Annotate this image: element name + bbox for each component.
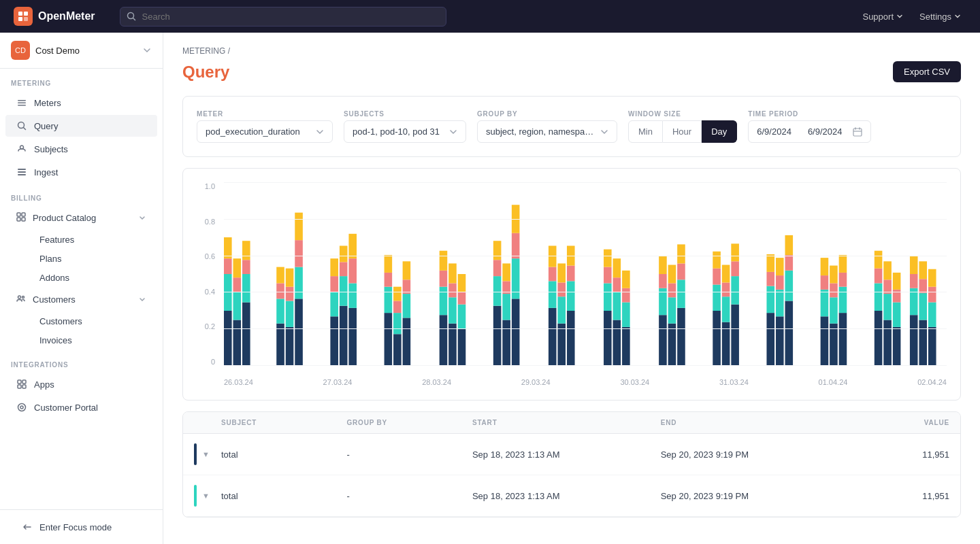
bar-group-1 [224, 237, 250, 366]
table-header: SUBJECT GROUP BY START END VALUE [183, 412, 960, 434]
sidebar-item-subjects[interactable]: Subjects [5, 138, 157, 160]
svg-rect-131 [668, 265, 676, 284]
svg-point-11 [20, 146, 24, 149]
svg-rect-167 [830, 266, 838, 284]
customers-label: Customers [39, 316, 82, 326]
sidebar-item-addons[interactable]: Addons [34, 269, 157, 287]
subjects-select[interactable]: pod-1, pod-10, pod 31 [344, 120, 466, 143]
topnav: OpenMeter Support Settings [0, 0, 980, 33]
settings-button[interactable]: Settings [914, 9, 966, 24]
svg-rect-13 [18, 171, 26, 173]
svg-rect-49 [295, 267, 303, 299]
window-min-button[interactable]: Min [628, 120, 663, 143]
window-day-button[interactable]: Day [702, 120, 737, 143]
search-container [120, 7, 446, 27]
svg-rect-195 [928, 269, 936, 287]
svg-rect-135 [677, 244, 685, 263]
svg-rect-23 [18, 385, 21, 388]
row1-end: Sep 20, 2023 9:19 PM [661, 449, 849, 460]
sidebar-item-query[interactable]: Query [5, 115, 157, 137]
logo-text: OpenMeter [38, 10, 95, 22]
svg-rect-125 [659, 288, 667, 315]
svg-rect-172 [875, 311, 883, 366]
row1-subject: total [221, 449, 346, 460]
x-label-2: 27.03.24 [323, 378, 353, 386]
sidebar-item-customers[interactable]: Customers [34, 312, 157, 330]
svg-rect-65 [385, 287, 393, 313]
svg-rect-182 [893, 290, 901, 303]
sidebar-item-customers-group[interactable]: Customers [5, 288, 157, 311]
sidebar-item-meters[interactable]: Meters [5, 92, 157, 114]
focus-mode-button[interactable]: Enter Focus mode [11, 516, 152, 538]
col-start: START [472, 419, 661, 426]
svg-rect-146 [731, 261, 739, 276]
svg-rect-164 [830, 324, 838, 366]
customers-group-label: Customers [33, 294, 76, 305]
sidebar-item-features[interactable]: Features [34, 231, 157, 249]
svg-rect-103 [549, 245, 557, 267]
svg-rect-155 [776, 258, 784, 275]
window-size-label: WINDOW SIZE [628, 110, 737, 118]
sidebar-item-product-catalog[interactable]: Product Catalog [5, 207, 157, 229]
search-input[interactable] [120, 7, 446, 27]
svg-rect-184 [910, 315, 918, 366]
svg-rect-187 [910, 256, 918, 274]
window-size-control: WINDOW SIZE Min Hour Day [628, 110, 737, 143]
svg-rect-92 [502, 320, 510, 367]
meters-icon [16, 97, 27, 108]
svg-rect-102 [549, 267, 557, 282]
meter-control: METER pod_execution_duration [197, 110, 333, 143]
meter-select[interactable]: pod_execution_duration [197, 120, 333, 143]
export-csv-button[interactable]: Export CSV [893, 61, 961, 82]
sidebar-item-invoices[interactable]: Invoices [34, 331, 157, 350]
integrations-section-label: INTEGRATIONS [0, 350, 163, 373]
svg-rect-150 [766, 272, 774, 286]
svg-rect-54 [330, 276, 338, 292]
svg-point-26 [20, 406, 23, 409]
svg-rect-176 [883, 320, 892, 367]
svg-rect-119 [613, 258, 621, 277]
svg-rect-188 [919, 320, 927, 367]
invoices-label: Invoices [39, 335, 72, 345]
chart-y-axis: 1.0 0.8 0.6 0.4 0.2 0 [197, 182, 220, 366]
time-range-picker[interactable]: 6/9/2024 6/9/2024 [748, 120, 871, 143]
sidebar-item-apps[interactable]: Apps [5, 373, 157, 395]
svg-rect-122 [622, 288, 630, 303]
subjects-value: pod-1, pod-10, pod 31 [353, 126, 444, 137]
page-title: Query [182, 63, 229, 82]
support-button[interactable]: Support [857, 9, 909, 24]
row1-expand[interactable]: ▼ [194, 443, 221, 465]
svg-rect-192 [928, 327, 936, 366]
svg-rect-48 [295, 299, 303, 366]
svg-rect-145 [731, 276, 739, 305]
svg-rect-128 [668, 324, 676, 366]
svg-rect-86 [458, 292, 466, 305]
x-label-6: 31.03.24 [719, 378, 749, 386]
bar-group-10 [713, 243, 739, 366]
svg-rect-69 [393, 313, 402, 334]
org-name: Cost Demo [35, 46, 137, 56]
group-by-value: subject, region, namespace, lo [486, 126, 595, 137]
svg-rect-127 [659, 256, 667, 274]
group-by-select[interactable]: subject, region, namespace, lo [477, 120, 617, 143]
subjects-chevron-icon [449, 128, 457, 136]
org-selector[interactable]: CD Cost Demo [0, 33, 163, 69]
y-label-08: 0.8 [205, 218, 215, 226]
x-label-4: 29.03.24 [521, 378, 551, 386]
svg-rect-67 [385, 255, 393, 273]
svg-rect-179 [883, 261, 892, 279]
calendar-icon [853, 127, 862, 137]
customers-chevron-icon [138, 296, 146, 304]
svg-rect-161 [821, 290, 829, 316]
window-hour-button[interactable]: Hour [663, 120, 702, 143]
svg-rect-94 [502, 281, 510, 294]
sidebar-item-ingest[interactable]: Ingest [5, 161, 157, 183]
sidebar-item-plans[interactable]: Plans [34, 250, 157, 268]
row2-expand[interactable]: ▼ [194, 485, 221, 507]
svg-rect-84 [458, 329, 466, 366]
row2-value: 11,951 [849, 491, 949, 501]
svg-rect-174 [875, 269, 883, 284]
svg-rect-0 [18, 12, 22, 16]
svg-rect-51 [295, 213, 303, 241]
sidebar-item-customer-portal[interactable]: Customer Portal [5, 396, 157, 418]
